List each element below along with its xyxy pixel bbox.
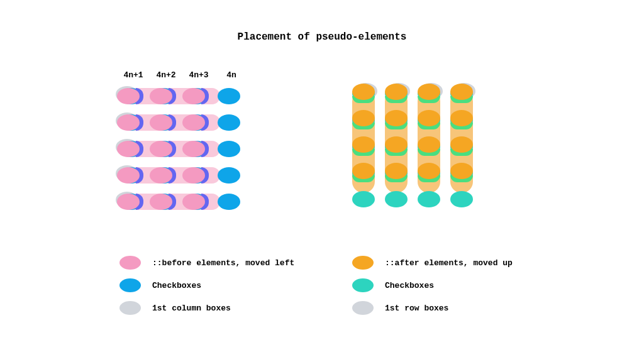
pill [352,163,375,179]
pill [450,84,473,100]
pill [182,88,205,104]
col-header: 4n+3 [182,70,215,80]
pill [182,114,205,131]
pill [117,194,140,210]
pill [352,84,375,100]
pill [450,191,473,207]
swatch-grey [119,301,141,315]
pill [418,136,440,153]
column-headers: 4n+14n+24n+34n [117,70,248,80]
pill [385,163,408,179]
pill [182,167,205,184]
pill [150,88,172,104]
right-diagram [352,85,491,230]
swatch-orange [352,256,374,270]
pill [450,136,473,153]
pill [418,191,440,207]
pill [418,84,440,100]
left-legend: ::before elements, moved left Checkboxes… [119,251,294,319]
pill [385,191,408,207]
swatch-blue [119,278,141,292]
pill [385,110,408,126]
pill [117,88,140,104]
legend-label: Checkboxes [152,281,201,290]
pill [352,191,375,207]
pill [385,84,408,100]
pill [450,163,473,179]
pill [385,136,408,153]
pill [418,110,440,126]
swatch-pink [119,256,141,270]
legend-label: ::after elements, moved up [385,258,513,268]
left-diagram [119,88,258,226]
legend-label: 1st row boxes [385,304,448,313]
swatch-grey [352,301,374,315]
pill [352,136,375,153]
legend-label: ::before elements, moved left [152,258,294,268]
page-title: Placement of pseudo-elements [0,31,644,43]
right-legend: ::after elements, moved up Checkboxes 1s… [352,251,513,319]
col-header: 4n+2 [150,70,182,80]
legend-label: Checkboxes [385,281,434,290]
pill [182,141,205,157]
pill [218,141,240,157]
pill [117,141,140,157]
legend-label: 1st column boxes [152,304,231,313]
pill [150,194,172,210]
pill [150,114,172,131]
pill [418,163,440,179]
pill [218,114,240,131]
pill [218,194,240,210]
pill [182,194,205,210]
col-header: 4n+1 [117,70,150,80]
pill [150,167,172,184]
pill [352,110,375,126]
swatch-teal [352,278,374,292]
pill [218,88,240,104]
pill [150,141,172,157]
pill [117,114,140,131]
col-header: 4n [215,70,248,80]
pill [218,167,240,184]
pill [117,167,140,184]
pill [450,110,473,126]
